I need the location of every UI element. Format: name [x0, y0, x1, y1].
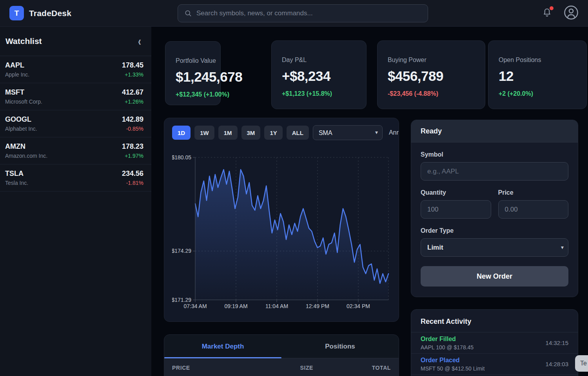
stat-card-buying-power: Buying Power$456,789-$23,456 (-4.88%) — [377, 40, 485, 109]
account-button[interactable] — [564, 5, 579, 22]
activity-time: 14:28:03 — [546, 361, 568, 367]
symbol: GOOGL — [5, 115, 37, 124]
price-chart[interactable]: $180.05$174.29$171.2907:34 AM09:19 AM11:… — [172, 146, 391, 310]
app-title: TradeDesk — [29, 9, 71, 18]
order-ticket-card: Ready Symbol Quantity Price — [411, 120, 578, 297]
quantity-label: Quantity — [421, 189, 491, 196]
activity-item-left: Order FilledAAPL 100 @ $178.45 — [421, 336, 474, 350]
watchlist-item-right: 412.67+1.26% — [122, 88, 143, 105]
bottom-tabs: Market DepthPositions — [164, 335, 399, 358]
stats-row: Portfolio Value$1,245,678+$12,345 (+1.00… — [164, 40, 588, 109]
column-header-size: SIZE — [245, 365, 318, 371]
watchlist-item-right: 178.23+1.97% — [122, 142, 143, 159]
stat-change: -$23,456 (-4.88%) — [388, 90, 485, 97]
toast-notification: Te — [575, 355, 588, 372]
symbol-input[interactable] — [421, 162, 568, 181]
percent-change: +1.26% — [122, 99, 143, 105]
new-order-button[interactable]: New Order — [421, 266, 568, 287]
timeframe-button-1m[interactable]: 1M — [218, 126, 238, 140]
svg-text:11:04 AM: 11:04 AM — [265, 303, 288, 309]
last-price: 234.56 — [122, 170, 143, 178]
svg-text:$180.05: $180.05 — [172, 154, 191, 161]
depth-table-header: PRICESIZETOTAL — [164, 358, 399, 376]
order-type-select[interactable]: Limit — [421, 238, 568, 257]
stat-label: Portfolio Value — [176, 57, 220, 64]
stat-value: +$8,234 — [282, 68, 366, 84]
watchlist-item-amzn[interactable]: AMZNAmazon.com Inc.178.23+1.97% — [0, 137, 151, 164]
percent-change: +1.33% — [122, 71, 143, 78]
order-type-select-wrap: Limit ▾ — [421, 238, 568, 257]
timeframe-buttons: 1D1W1M3M1YALL — [172, 126, 309, 140]
main-content: Portfolio Value$1,245,678+$12,345 (+1.00… — [151, 27, 588, 376]
watchlist-item-left: TSLATesla Inc. — [5, 170, 28, 186]
search-box[interactable] — [178, 4, 428, 22]
activity-detail: MSFT 50 @ $412.50 Limit — [421, 365, 485, 372]
order-status: Ready — [411, 120, 578, 142]
collapse-sidebar-button[interactable]: ‹ — [138, 35, 141, 48]
stat-label: Day P&L — [282, 57, 366, 64]
tab-market-depth[interactable]: Market Depth — [164, 335, 281, 358]
search-icon — [184, 9, 192, 17]
quantity-input[interactable] — [421, 200, 491, 219]
watchlist-title: Watchlist — [5, 37, 42, 46]
svg-text:$174.29: $174.29 — [172, 248, 191, 254]
watchlist-item-right: 142.89-0.85% — [122, 115, 143, 132]
timeframe-button-3m[interactable]: 3M — [241, 126, 261, 140]
activity-title: Order Placed — [421, 357, 485, 364]
toast-text: Te — [580, 360, 587, 367]
company-name: Tesla Inc. — [5, 180, 28, 186]
annotate-button[interactable]: Anno — [389, 129, 399, 136]
svg-text:02:34 PM: 02:34 PM — [347, 303, 370, 309]
activity-detail: AAPL 100 @ $178.45 — [421, 344, 474, 350]
percent-change: +1.97% — [122, 153, 143, 159]
stat-card-open-positions: Open Positions12+2 (+20.0%) — [488, 40, 587, 109]
timeframe-button-1w[interactable]: 1W — [194, 126, 214, 140]
watchlist-item-left: MSFTMicrosoft Corp. — [5, 88, 42, 105]
watchlist-item-msft[interactable]: MSFTMicrosoft Corp.412.67+1.26% — [0, 83, 151, 110]
watchlist-item-left: AMZNAmazon.com Inc. — [5, 142, 47, 159]
activity-item: Order FilledAAPL 100 @ $178.4514:32:15 — [411, 332, 578, 354]
timeframe-button-1y[interactable]: 1Y — [264, 126, 282, 140]
price-label: Price — [498, 189, 569, 196]
last-price: 178.23 — [122, 142, 143, 151]
chart-toolbar: 1D1W1M3M1YALL SMA ▾ Anno — [172, 125, 391, 140]
recent-activity-card: Recent Activity Order FilledAAPL 100 @ $… — [411, 309, 578, 376]
last-price: 142.89 — [122, 115, 143, 124]
watchlist-item-googl[interactable]: GOOGLAlphabet Inc.142.89-0.85% — [0, 110, 151, 137]
search-input[interactable] — [196, 9, 421, 17]
notifications-button[interactable] — [542, 7, 552, 19]
order-type-label: Order Type — [421, 227, 568, 234]
watchlist-item-right: 178.45+1.33% — [122, 61, 143, 78]
topbar: T TradeDesk — [0, 0, 588, 27]
last-price: 178.45 — [122, 61, 143, 69]
symbol: TSLA — [5, 170, 28, 178]
price-chart-card: 1D1W1M3M1YALL SMA ▾ Anno $180.05$174.29$… — [164, 118, 399, 322]
symbol: MSFT — [5, 88, 42, 97]
stat-label: Open Positions — [499, 57, 586, 64]
indicator-select-wrap: SMA ▾ — [313, 125, 383, 140]
stat-card-day-p-l: Day P&L+$8,234+$1,123 (+15.8%) — [271, 40, 367, 109]
price-input[interactable] — [498, 200, 569, 219]
watchlist-item-right: 234.56-1.81% — [122, 170, 143, 186]
app-logo-letter: T — [15, 9, 19, 18]
company-name: Apple Inc. — [5, 71, 29, 78]
app-logo: T — [9, 6, 24, 20]
watchlist-list: AAPLApple Inc.178.45+1.33%MSFTMicrosoft … — [0, 56, 151, 192]
symbol: AMZN — [5, 142, 47, 151]
timeframe-button-1d[interactable]: 1D — [172, 126, 191, 140]
symbol: AAPL — [5, 61, 29, 69]
market-depth-panel: Market DepthPositions PRICESIZETOTAL — [164, 334, 399, 376]
watchlist-item-left: AAPLApple Inc. — [5, 61, 29, 78]
watchlist-item-aapl[interactable]: AAPLApple Inc.178.45+1.33% — [0, 56, 151, 83]
activity-list: Order FilledAAPL 100 @ $178.4514:32:15Or… — [411, 332, 578, 375]
indicator-select[interactable]: SMA — [313, 125, 383, 140]
watchlist-item-tsla[interactable]: TSLATesla Inc.234.56-1.81% — [0, 164, 151, 192]
svg-text:$171.29: $171.29 — [172, 297, 191, 303]
stat-change: +$12,345 (+1.00%) — [176, 91, 220, 98]
tab-positions[interactable]: Positions — [281, 335, 399, 358]
timeframe-button-all[interactable]: ALL — [287, 126, 309, 140]
percent-change: -0.85% — [122, 126, 143, 132]
global-search — [178, 4, 428, 22]
watchlist-item-left: GOOGLAlphabet Inc. — [5, 115, 37, 132]
activity-item: Order PlacedMSFT 50 @ $412.50 Limit14:28… — [411, 354, 578, 375]
